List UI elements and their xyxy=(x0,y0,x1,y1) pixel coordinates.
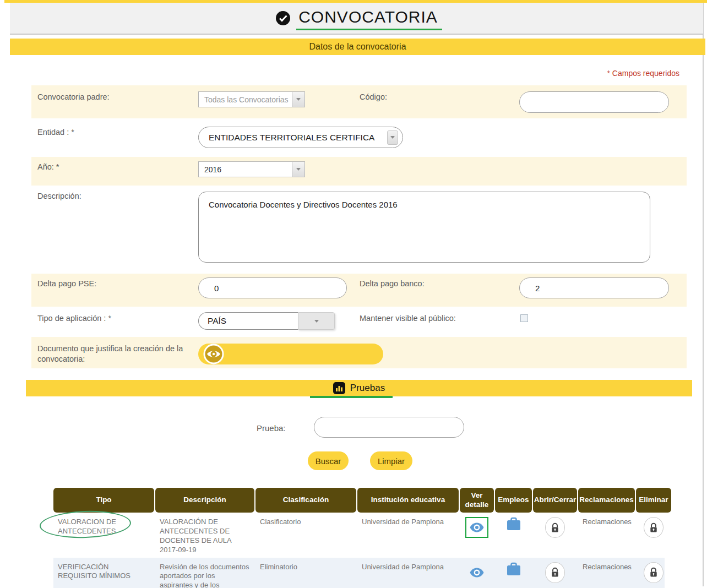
table-row: VERIFICACIÓN REQUISITO MÍNIMOS Revisión … xyxy=(53,558,665,588)
documento-ver-button[interactable] xyxy=(198,344,383,364)
cell-institucion: Universidad de Pamplona xyxy=(357,513,459,557)
page-header: CONVOCATORIA xyxy=(10,3,703,35)
prueba-search-input[interactable] xyxy=(314,417,464,438)
abrir-cerrar-lock-icon[interactable] xyxy=(545,562,565,583)
cell-clasificacion: Eliminatorio xyxy=(255,558,356,588)
delta-pago-banco-input[interactable] xyxy=(519,277,669,298)
chevron-down-icon[interactable] xyxy=(292,162,304,177)
row-bg-anio xyxy=(31,157,687,186)
cell-descripcion: VALORACIÓN DE ANTECEDENTES DE DOCENTES D… xyxy=(155,513,254,557)
chevron-down-icon[interactable] xyxy=(298,312,335,330)
cell-institucion: Universidad de Pamplona xyxy=(357,558,459,588)
delta-pago-pse-input[interactable] xyxy=(198,277,347,298)
col-header-reclamaciones: Reclamaciones xyxy=(578,488,635,513)
empleos-briefcase-icon[interactable] xyxy=(506,517,521,531)
col-header-empleos: Empleos xyxy=(495,488,532,513)
page-right-border xyxy=(703,3,704,586)
ver-detalle-eye-icon[interactable] xyxy=(465,562,488,583)
ver-detalle-eye-icon[interactable] xyxy=(465,517,488,538)
eliminar-lock-icon[interactable] xyxy=(644,562,664,583)
col-header-clasificacion: Clasificación xyxy=(255,488,356,513)
title-underline xyxy=(296,29,442,30)
buscar-button[interactable]: Buscar xyxy=(308,451,349,470)
tipo-aplicacion-select[interactable]: PAÍS xyxy=(198,312,335,330)
tipo-aplicacion-value: PAÍS xyxy=(198,312,298,330)
cell-tipo: VERIFICACIÓN REQUISITO MÍNIMOS xyxy=(53,558,154,588)
eye-badge-icon xyxy=(203,344,224,364)
descripcion-textarea[interactable]: Convocatoria Docentes y Directivos Docen… xyxy=(198,192,650,263)
delta-pago-pse-label: Delta pago PSE: xyxy=(37,279,96,289)
abrir-cerrar-lock-icon[interactable] xyxy=(545,517,565,538)
col-header-eliminar: Eliminar xyxy=(636,488,671,513)
anio-label: Año: * xyxy=(37,162,59,172)
chevron-down-icon[interactable] xyxy=(292,92,304,107)
cell-clasificacion: Clasificatorio xyxy=(255,513,356,557)
col-header-institucion: Institución educativa xyxy=(357,488,459,513)
reclamaciones-link[interactable]: Reclamaciones xyxy=(583,518,632,526)
datos-section-header: Datos de la convocatoria xyxy=(10,39,705,55)
datos-section-title: Datos de la convocatoria xyxy=(309,42,406,52)
chevron-down-icon[interactable] xyxy=(387,130,398,145)
check-circle-icon xyxy=(275,10,291,26)
mantener-visible-checkbox[interactable] xyxy=(520,314,528,322)
cell-tipo: VALORACION DE ANTECEDENTES xyxy=(53,513,154,557)
convocatoria-padre-value: Todas las Convocatorias xyxy=(199,95,292,104)
bar-chart-icon xyxy=(333,382,345,394)
prueba-search-label: Prueba: xyxy=(257,423,286,434)
col-header-abrir-cerrar: Abrir/Cerrar xyxy=(533,488,577,513)
tipo-aplicacion-label: Tipo de aplicación : * xyxy=(37,313,111,324)
page-title: CONVOCATORIA xyxy=(298,8,438,29)
convocatoria-padre-select[interactable]: Todas las Convocatorias xyxy=(198,91,305,107)
anio-value: 2016 xyxy=(199,165,292,174)
anio-select[interactable]: 2016 xyxy=(198,161,305,177)
pruebas-table: Tipo Descripción Clasificación Instituci… xyxy=(53,488,665,588)
reclamaciones-link[interactable]: Reclamaciones xyxy=(583,563,632,571)
pruebas-section-header: Pruebas xyxy=(26,380,692,396)
cell-descripcion: Revisión de los documentos aportados por… xyxy=(155,558,254,588)
col-header-ver-detalle: Ver detalle xyxy=(460,488,494,513)
table-row: VALORACION DE ANTECEDENTES VALORACIÓN DE… xyxy=(53,513,665,557)
documento-label: Documento que justifica la creación de l… xyxy=(37,344,191,364)
entidad-select[interactable]: ENTIDADES TERRITORIALES CERTIFICA xyxy=(198,127,403,148)
convocatoria-page: CONVOCATORIA Datos de la convocatoria * … xyxy=(0,0,707,588)
pruebas-section-title: Pruebas xyxy=(350,383,385,394)
eliminar-lock-icon[interactable] xyxy=(644,517,664,538)
empleos-briefcase-icon[interactable] xyxy=(506,562,521,576)
codigo-input[interactable] xyxy=(519,91,669,113)
pruebas-underline xyxy=(310,396,393,398)
descripcion-label: Descripción: xyxy=(37,191,81,202)
pruebas-table-header: Tipo Descripción Clasificación Instituci… xyxy=(53,488,665,513)
convocatoria-padre-label: Convocatoria padre: xyxy=(37,92,110,102)
entidad-label: Entidad : * xyxy=(37,127,74,138)
required-fields-note: * Campos requeridos xyxy=(607,69,679,78)
mantener-visible-label: Mantener visible al público: xyxy=(360,313,456,324)
delta-pago-banco-label: Delta pago banco: xyxy=(360,279,425,289)
limpiar-button[interactable]: Limpiar xyxy=(370,451,412,470)
col-header-tipo: Tipo xyxy=(53,488,154,513)
col-header-descripcion: Descripción xyxy=(155,488,254,513)
entidad-value: ENTIDADES TERRITORIALES CERTIFICA xyxy=(209,133,387,143)
codigo-label: Código: xyxy=(360,92,387,102)
